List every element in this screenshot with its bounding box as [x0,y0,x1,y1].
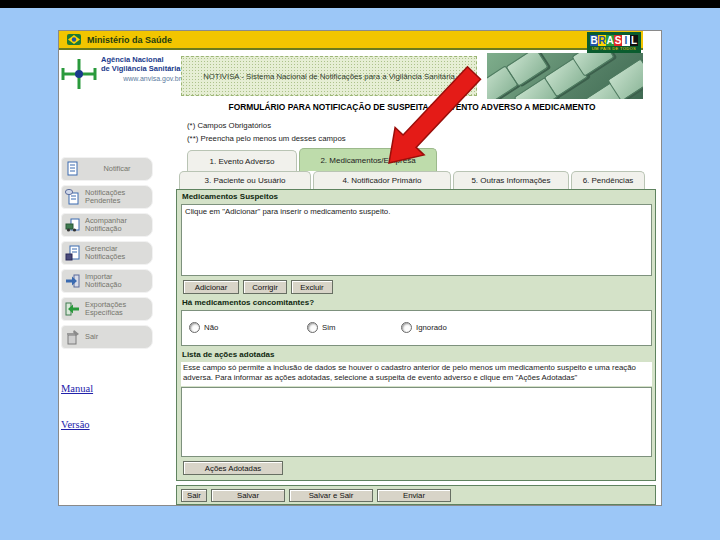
tab-paciente-usuario[interactable]: 3. Paciente ou Usuário [179,171,311,189]
enviar-button[interactable]: Enviar [377,489,451,502]
tab-label: 5. Outras Informações [471,176,550,185]
corrigir-button[interactable]: Corrigir [243,280,287,294]
sidebar-item-exportacoes-especificas[interactable]: Exportações Específicas [61,297,153,321]
ministry-title: Ministério da Saúde [87,35,172,45]
salvar-button[interactable]: Salvar [211,489,285,502]
radio-nao[interactable] [189,322,200,333]
import-arrow-icon [65,273,80,289]
tab-label: 4. Notificador Primário [342,176,421,185]
medicamentos-panel: Medicamentos Suspeitos Clique em "Adicio… [176,189,656,481]
button-label: Ações Adotadas [205,464,261,473]
footer-action-bar: Sair Salvar Salvar e Sair Enviar [176,485,656,505]
excluir-button[interactable]: Excluir [291,280,333,294]
sidebar: Notificar Notificações Pendentes Acompan… [61,157,153,349]
acoes-adotadas-listbox[interactable] [181,387,652,457]
versao-link[interactable]: Versão [61,419,90,430]
sidebar-item-acompanhar-notificacao[interactable]: Acompanhar Notificação [61,213,153,237]
radio-nao-label: Não [204,323,218,332]
notivisa-banner-text: NOTIVISA - Sistema Nacional de Notificaç… [197,72,461,81]
medicamentos-suspeitos-listbox[interactable]: Clique em "Adicionar" para inserir o med… [181,204,652,276]
form-title: FORMULÁRIO PARA NOTIFICAÇÃO DE SUSPEITA … [181,102,643,112]
radio-ignorado[interactable] [401,322,412,333]
manage-notifications-icon [65,245,80,261]
sidebar-item-importar-notificacao[interactable]: Importar Notificação [61,269,153,293]
brasil-letter: L [630,35,638,46]
track-notification-truck-icon [65,217,80,233]
tab-label: 1. Evento Adverso [210,157,275,166]
sidebar-item-label: Exportações Específicas [85,301,149,318]
keyboard-photo [487,53,643,99]
brasil-gov-logo: BRASIL UM PAÍS DE TODOS [587,32,641,54]
anvisa-name-line1: Agência Nacional [101,55,181,64]
exit-icon [65,329,80,345]
radio-sim-label: Sim [322,323,335,332]
tab-label: 3. Paciente ou Usuário [205,176,286,185]
acoes-adotadas-button[interactable]: Ações Adotadas [183,461,283,475]
sidebar-item-gerenciar-notificacoes[interactable]: Gerenciar Notificações [61,241,153,265]
button-label: Enviar [403,491,425,500]
button-label: Adicionar [195,283,228,292]
sidebar-item-label: Gerenciar Notificações [85,245,149,262]
button-label: Corrigir [252,283,278,292]
tab-label: 6. Pendências [583,176,634,185]
brasil-letter: R [598,35,606,46]
ministerio-emblem-icon [67,34,81,45]
section-header-concomitantes: Há medicamentos concomitantes? [180,296,654,309]
sair-button[interactable]: Sair [181,489,207,502]
tab-evento-adverso[interactable]: 1. Evento Adverso [187,150,297,171]
radio-sim[interactable] [307,322,318,333]
acoes-hint-text: Esse campo só permite a inclusão de dado… [183,363,636,382]
button-label: Sair [187,491,201,500]
tab-pendencias[interactable]: 6. Pendências [571,171,645,189]
sidebar-item-label: Notificar [103,165,130,174]
section-header-medicamentos-suspeitos: Medicamentos Suspeitos [180,190,654,203]
radio-ignorado-label: Ignorado [416,323,447,332]
acoes-adotadas-hint: Esse campo só permite a inclusão de dado… [181,362,652,386]
anvisa-name-line2: de Vigilância Sanitária [101,64,181,73]
brasil-letter: A [606,35,614,46]
button-label: Salvar [237,491,259,500]
brasil-slogan: UM PAÍS DE TODOS [592,46,636,51]
sidebar-item-label: Importar Notificação [85,273,149,290]
section-header-acoes-adotadas: Lista de ações adotadas [180,348,654,361]
anvisa-cross-icon [61,57,99,91]
sidebar-item-notificar[interactable]: Notificar [61,157,153,181]
sidebar-item-sair[interactable]: Sair [61,325,153,349]
tab-notificador-primario[interactable]: 4. Notificador Primário [313,171,451,189]
tab-label: 2. Medicamentos/Empresa [320,156,415,165]
notify-document-icon [65,161,80,177]
medicamentos-suspeitos-hint: Clique em "Adicionar" para inserir o med… [185,207,390,216]
slide-top-strip [0,0,720,8]
button-label: Excluir [300,283,323,292]
tab-outras-informacoes[interactable]: 5. Outras Informações [453,171,569,189]
adicionar-button[interactable]: Adicionar [183,280,239,294]
note-required-fields: (*) Campos Obrigatórios [187,121,271,130]
sidebar-item-label: Notificações Pendentes [85,189,149,206]
brasil-letter: B [590,35,598,46]
ministry-bar: Ministério da Saúde [59,31,643,48]
brasil-letter: I [622,35,630,46]
salvar-e-sair-button[interactable]: Salvar e Sair [289,489,373,502]
manual-link[interactable]: Manual [61,383,93,394]
note-fill-one: (**) Preencha pelo menos um desses campo… [187,134,346,143]
pending-notifications-icon [65,189,80,205]
sidebar-item-label: Sair [85,333,98,342]
anvisa-url[interactable]: www.anvisa.gov.br [101,75,181,82]
sidebar-item-notificacoes-pendentes[interactable]: Notificações Pendentes [61,185,153,209]
tab-medicamentos-empresa[interactable]: 2. Medicamentos/Empresa [299,148,437,171]
notivisa-banner: NOTIVISA - Sistema Nacional de Notificaç… [181,56,477,96]
export-arrow-icon [65,301,80,317]
header-divider [59,48,643,50]
notivisa-window: Ministério da Saúde BRASIL UM PAÍS DE TO… [58,30,662,506]
brasil-letter: S [614,35,622,46]
button-label: Salvar e Sair [309,491,354,500]
anvisa-logo: Agência Nacional de Vigilância Sanitária… [61,53,181,99]
sidebar-item-label: Acompanhar Notificação [85,217,149,234]
